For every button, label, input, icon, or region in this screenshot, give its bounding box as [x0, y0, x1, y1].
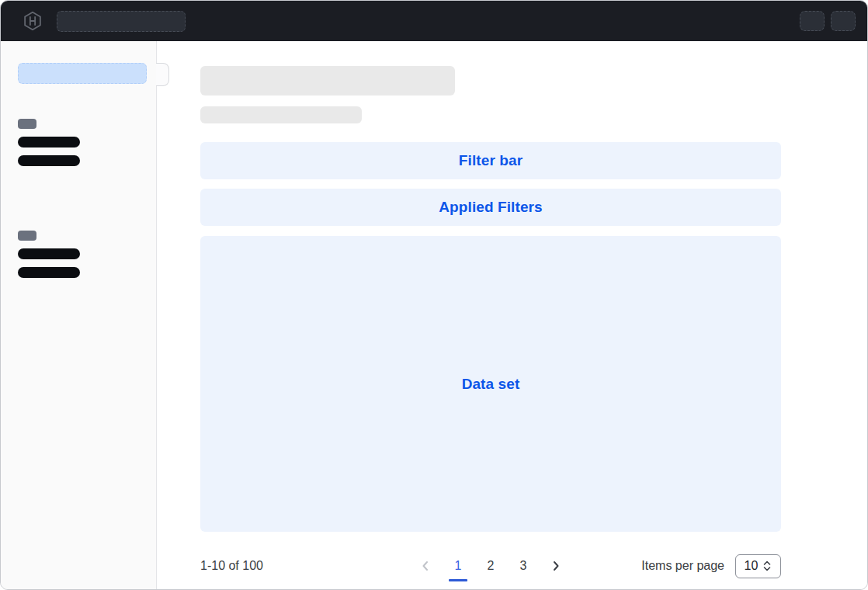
nav-search-placeholder — [57, 11, 186, 32]
chevron-left-icon — [419, 560, 432, 572]
pager: 1 2 3 — [415, 556, 566, 576]
items-per-page-label: Items per page — [641, 559, 724, 573]
filter-bar-label: Filter bar — [459, 152, 523, 169]
page-button-2[interactable]: 2 — [481, 556, 501, 576]
previous-page-button[interactable] — [415, 556, 436, 576]
topbar-action-placeholder-1 — [800, 11, 825, 31]
hashicorp-logo-icon — [23, 11, 43, 31]
sidebar-item-placeholder — [18, 267, 80, 278]
next-page-button[interactable] — [546, 556, 566, 576]
sidebar-section-label-placeholder — [18, 231, 36, 241]
data-set-panel: Data set — [200, 236, 781, 532]
applied-filters-label: Applied Filters — [439, 199, 542, 216]
page-button-1[interactable]: 1 — [448, 556, 468, 576]
sidebar — [1, 41, 157, 590]
sidebar-active-item-placeholder — [18, 63, 147, 84]
items-per-page-value: 10 — [745, 559, 759, 573]
app-window: Filter bar Applied Filters Data set 1-10… — [0, 0, 868, 590]
filter-bar-panel: Filter bar — [200, 142, 781, 179]
sidebar-collapse-toggle[interactable] — [156, 63, 169, 86]
topbar-action-placeholder-2 — [831, 11, 856, 31]
sidebar-section-label-placeholder — [18, 119, 36, 129]
pagination-bar: 1-10 of 100 1 2 3 — [200, 547, 781, 585]
page-subtitle-placeholder — [200, 106, 362, 123]
page-button-3[interactable]: 3 — [513, 556, 533, 576]
top-nav-bar — [1, 1, 867, 41]
chevron-right-icon — [550, 560, 562, 572]
applied-filters-panel: Applied Filters — [200, 189, 781, 226]
sidebar-item-placeholder — [18, 248, 80, 259]
app-body: Filter bar Applied Filters Data set 1-10… — [1, 41, 867, 590]
data-set-label: Data set — [462, 376, 520, 393]
topbar-actions — [800, 11, 856, 31]
main-content: Filter bar Applied Filters Data set 1-10… — [157, 41, 867, 590]
pagination-range-text: 1-10 of 100 — [200, 559, 263, 573]
chevrons-up-down-icon — [762, 560, 772, 572]
page-title-placeholder — [200, 66, 455, 95]
items-per-page-group: Items per page 10 — [641, 554, 781, 578]
sidebar-item-placeholder — [18, 137, 80, 148]
items-per-page-select[interactable]: 10 — [735, 554, 781, 578]
sidebar-item-placeholder — [18, 155, 80, 166]
